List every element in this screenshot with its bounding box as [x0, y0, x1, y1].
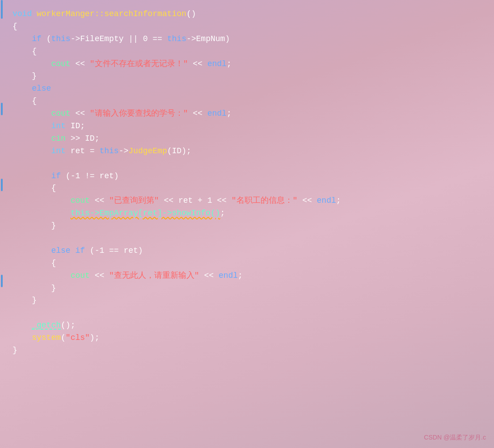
keyword-this-1: this: [51, 33, 70, 46]
code-line-7: else: [13, 83, 485, 95]
keyword-cin: cin: [51, 133, 65, 145]
code-line-5: cout << "文件不存在或者无记录！" << endl;: [13, 58, 485, 71]
bar-mark-4: [1, 275, 3, 287]
string-cls: "cls": [66, 332, 90, 344]
keyword-int-1: int: [51, 120, 65, 133]
keyword-else-if: else if: [51, 245, 85, 257]
code-line-12: int ret = this->JudgeEmp(ID);: [13, 145, 485, 158]
code-line-26: _getch();: [13, 319, 485, 332]
endl-1: endl: [207, 58, 227, 71]
fn-system: system: [32, 332, 61, 344]
fn-showinfo: this->EmpArray[ret]->showInfo(): [71, 207, 220, 220]
endl-4: endl: [219, 270, 238, 282]
code-line-11: cin >> ID;: [13, 133, 485, 145]
code-line-22: cout << "查无此人，请重新输入" << endl;: [13, 270, 485, 282]
function-name: workerManger::searchInformation: [37, 8, 186, 21]
code-line-19: [13, 232, 485, 245]
bar-mark-3: [1, 179, 3, 191]
code-line-17: this->EmpArray[ret]->showInfo();: [13, 207, 485, 220]
code-line-8: {: [13, 95, 485, 108]
keyword-cout-1: cout: [51, 58, 70, 71]
keyword-int-2: int: [51, 145, 65, 158]
code-line-28: }: [13, 344, 485, 357]
keyword-cout-2: cout: [51, 108, 70, 120]
keyword-cout-4: cout: [71, 270, 90, 282]
endl-3: endl: [317, 195, 336, 207]
keyword-cout-3: cout: [71, 195, 90, 207]
keyword-if: if: [32, 33, 42, 46]
code-line-21: {: [13, 257, 485, 270]
code-line-27: system("cls");: [13, 332, 485, 344]
code-line-24: }: [13, 294, 485, 307]
string-5: "查无此人，请重新输入": [109, 270, 199, 282]
code-line-4: {: [13, 46, 485, 58]
string-4: "名职工的信息：": [232, 195, 298, 207]
code-line-25: [13, 307, 485, 319]
fn-judgeEmp: JudgeEmp: [128, 145, 167, 158]
fn-getch: _getch: [32, 319, 61, 332]
code-line-9: cout << "请输入你要查找的学号：" << endl;: [13, 108, 485, 120]
keyword-void: void: [13, 8, 32, 21]
string-1: "文件不存在或者无记录！": [90, 58, 188, 71]
keyword-if-2: if: [51, 170, 61, 183]
watermark: CSDN @温柔了岁月.c: [424, 433, 486, 443]
code-line-15: {: [13, 182, 485, 195]
keyword-this-2: this: [167, 33, 186, 46]
code-line-23: }: [13, 282, 485, 295]
code-line-18: }: [13, 220, 485, 232]
code-line-2: {: [13, 21, 485, 33]
code-container: void workerManger::searchInformation() {…: [0, 0, 494, 448]
code-line-10: int ID;: [13, 120, 485, 133]
bar-mark-2: [1, 103, 3, 115]
keyword-this-3: this: [99, 145, 118, 158]
code-line-6: }: [13, 70, 485, 83]
endl-2: endl: [207, 108, 227, 120]
code-line-16: cout << "已查询到第" << ret + 1 << "名职工的信息：" …: [13, 195, 485, 207]
string-2: "请输入你要查找的学号：": [90, 108, 188, 120]
code-line-20: else if (-1 == ret): [13, 245, 485, 257]
bar-mark-1: [1, 0, 3, 19]
code-line-1: void workerManger::searchInformation(): [13, 8, 485, 21]
left-bar: [0, 0, 4, 448]
code-line-3: if (this->FileEmpty || 0 == this->EmpNum…: [13, 33, 485, 46]
keyword-else-1: else: [32, 83, 51, 95]
code-line-14: if (-1 != ret): [13, 170, 485, 183]
string-3: "已查询到第": [109, 195, 159, 207]
code-line-13: [13, 158, 485, 170]
